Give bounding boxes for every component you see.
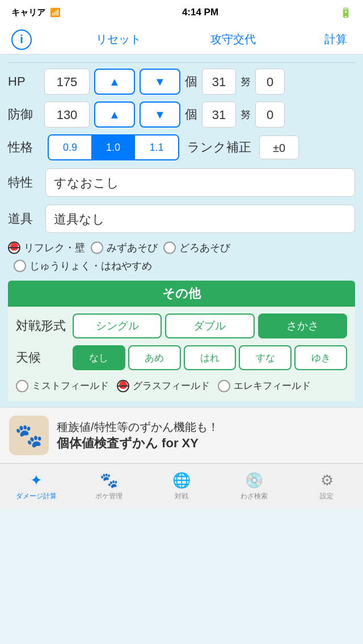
def-row: 防御 130 ▲ ▼ 個 31 努 0: [8, 101, 355, 128]
tab-move-search[interactable]: 💿 わざ検索: [218, 464, 290, 509]
hp-up-button[interactable]: ▲: [94, 69, 135, 95]
info-button[interactable]: i: [11, 29, 32, 50]
tab-settings[interactable]: ⚙ 設定: [290, 464, 363, 509]
conditions-row1: リフレク・壁 みずあそび どろあそび: [8, 241, 355, 255]
weather-yuki[interactable]: ゆき: [294, 345, 347, 370]
radio-mist: [16, 380, 28, 392]
nature-btn-10[interactable]: 1.0: [92, 135, 135, 159]
toolbar: i リセット 攻守交代 計算: [0, 25, 363, 54]
nature-label: 性格: [8, 139, 40, 156]
nature-btn-09[interactable]: 0.9: [49, 135, 92, 159]
hp-label: HP: [8, 74, 40, 89]
battle-sakasa[interactable]: さかさ: [258, 313, 347, 338]
nature-row: 性格 0.9 1.0 1.1 ランク補正 ±0: [8, 134, 355, 160]
def-up-button[interactable]: ▲: [94, 101, 135, 128]
tab-settings-label: 設定: [320, 492, 334, 501]
battle-label: 対戦形式: [16, 317, 67, 334]
carrier-wifi: キャリア 📶: [11, 7, 61, 18]
tab-battle-icon: 🌐: [172, 472, 191, 489]
radio-gravity: [14, 260, 26, 272]
hp-ev-label: 努: [240, 75, 251, 88]
hp-ev-value[interactable]: 0: [255, 69, 285, 95]
weather-ame[interactable]: あめ: [128, 345, 181, 370]
main-content: HP 175 ▲ ▼ 個 31 努 0 防御 130 ▲ ▼ 個 31 努 0 …: [0, 54, 363, 407]
condition-gravity-label: じゅうりょく・はねやすめ: [29, 259, 152, 273]
weather-nashi[interactable]: なし: [73, 345, 125, 370]
condition-mizuasobi[interactable]: みずあそび: [91, 241, 158, 255]
time-display: 4:14 PM: [182, 7, 218, 18]
ability-label: 特性: [8, 174, 40, 191]
nature-buttons: 0.9 1.0 1.1: [48, 134, 179, 160]
calc-button[interactable]: 計算: [320, 29, 352, 49]
tab-battle[interactable]: 🌐 対戦: [145, 464, 218, 509]
tab-damage-label: ダメージ計算: [16, 492, 57, 501]
pokeball-icon-reflect: [8, 242, 20, 254]
banner-mascot: 🐾: [9, 416, 49, 455]
ability-row: 特性 すなおこし: [8, 168, 355, 197]
wifi-icon: 📶: [50, 7, 61, 18]
condition-doroasobi-label: どろあそび: [179, 241, 230, 255]
item-label: 道具: [8, 210, 40, 227]
field-electric[interactable]: エレキフィールド: [218, 379, 311, 392]
battle-single[interactable]: シングル: [73, 313, 162, 338]
tab-move-label: わざ検索: [240, 492, 268, 501]
battle-double[interactable]: ダブル: [165, 313, 254, 338]
field-mist[interactable]: ミストフィールド: [16, 379, 109, 392]
rank-value[interactable]: ±0: [259, 135, 299, 159]
field-conditions: ミストフィールド グラスフィールド エレキフィールド: [16, 377, 347, 395]
tab-settings-icon: ⚙: [320, 472, 334, 489]
switch-button[interactable]: 攻守交代: [206, 29, 260, 49]
weather-label: 天候: [16, 349, 67, 366]
def-label: 防御: [8, 106, 40, 123]
weather-buttons: なし あめ はれ すな ゆき: [73, 345, 347, 370]
carrier-label: キャリア: [11, 7, 45, 18]
condition-mizuasobi-label: みずあそび: [107, 241, 158, 255]
banner[interactable]: 🐾 種族値/特性等のずかん機能も！ 個体値検査ずかん for XY: [0, 407, 363, 463]
weather-suna[interactable]: すな: [239, 345, 292, 370]
hp-row: HP 175 ▲ ▼ 個 31 努 0: [8, 69, 355, 95]
radio-doroasobi: [163, 242, 176, 254]
field-electric-label: エレキフィールド: [234, 379, 311, 392]
conditions-row2: じゅうりょく・はねやすめ: [8, 259, 355, 273]
weather-hare[interactable]: はれ: [184, 345, 237, 370]
hp-iv-label: 個: [185, 73, 197, 90]
field-grass[interactable]: グラスフィールド: [117, 379, 210, 392]
nature-btn-11[interactable]: 1.1: [135, 135, 178, 159]
condition-reflect-label: リフレク・壁: [24, 241, 85, 255]
def-ev-value[interactable]: 0: [255, 101, 285, 128]
tab-pokemon[interactable]: 🐾 ポケ管理: [73, 464, 145, 509]
condition-gravity[interactable]: じゅうりょく・はねやすめ: [14, 259, 152, 273]
def-value[interactable]: 130: [44, 101, 90, 128]
tab-move-icon: 💿: [245, 472, 263, 489]
ability-input[interactable]: すなおこし: [45, 168, 355, 197]
hp-down-button[interactable]: ▼: [140, 69, 180, 95]
field-grass-label: グラスフィールド: [133, 379, 210, 392]
def-iv-label: 個: [185, 106, 197, 123]
radio-electric: [218, 380, 230, 392]
tab-damage-icon: ✦: [30, 472, 43, 489]
sonota-section: その他 対戦形式 シングル ダブル さかさ 天候 なし あめ はれ すな: [8, 281, 355, 401]
def-iv-value[interactable]: 31: [202, 101, 236, 128]
def-down-button[interactable]: ▼: [140, 101, 180, 128]
condition-reflect[interactable]: リフレク・壁: [8, 241, 85, 255]
item-input[interactable]: 道具なし: [45, 205, 355, 233]
item-row: 道具 道具なし: [8, 205, 355, 233]
sonota-header: その他: [8, 281, 355, 307]
banner-text: 種族値/特性等のずかん機能も！ 個体値検査ずかん for XY: [57, 419, 219, 452]
battle-format-row: 対戦形式 シングル ダブル さかさ: [16, 313, 347, 338]
battery-icon: 🔋: [340, 7, 352, 19]
def-ev-label: 努: [240, 108, 251, 121]
radio-mizuasobi: [91, 242, 103, 254]
reset-button[interactable]: リセット: [91, 29, 146, 49]
status-bar: キャリア 📶 4:14 PM 🔋: [0, 0, 363, 25]
condition-doroasobi[interactable]: どろあそび: [163, 241, 230, 255]
weather-row: 天候 なし あめ はれ すな ゆき: [16, 345, 347, 370]
tab-pokemon-icon: 🐾: [100, 472, 118, 489]
hp-iv-value[interactable]: 31: [202, 69, 236, 95]
tab-damage[interactable]: ✦ ダメージ計算: [0, 464, 73, 509]
pokeball-icon-grass: [117, 380, 129, 392]
tab-battle-label: 対戦: [175, 492, 188, 501]
banner-line1: 種族値/特性等のずかん機能も！: [57, 419, 219, 435]
hp-value[interactable]: 175: [44, 69, 90, 95]
battle-buttons: シングル ダブル さかさ: [73, 313, 347, 338]
